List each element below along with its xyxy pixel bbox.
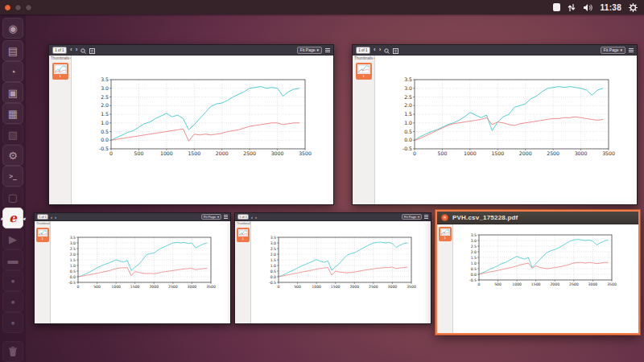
pdf-page[interactable]: 0500100015002000250030003500-0.50.00.51.…: [453, 224, 638, 333]
clock[interactable]: 11:38: [600, 3, 621, 12]
launcher-item-software[interactable]: ▢: [2, 187, 23, 208]
svg-text:1000: 1000: [312, 285, 321, 289]
svg-text:1.5: 1.5: [270, 258, 276, 262]
svg-text:1.5: 1.5: [471, 256, 477, 260]
svg-text:1500: 1500: [188, 150, 200, 156]
svg-text:2500: 2500: [547, 150, 559, 156]
launcher-item-firefox[interactable]: ◔: [2, 61, 23, 82]
launcher-item-extra2[interactable]: ▪: [2, 291, 23, 312]
next-page-button[interactable]: ›: [76, 47, 78, 53]
launcher-item-impress[interactable]: ▧: [2, 124, 23, 145]
svg-text:1.0: 1.0: [270, 264, 276, 268]
svg-text:1.5: 1.5: [70, 258, 76, 262]
pdf-page[interactable]: 0500100015002000250030003500-0.50.00.51.…: [72, 56, 333, 204]
previous-page-button[interactable]: ‹: [70, 47, 72, 53]
svg-text:2000: 2000: [216, 150, 229, 156]
launcher-item-extra3[interactable]: ▪: [2, 312, 23, 333]
thumbnails-sidebar: 1: [437, 224, 453, 333]
zoom-level-select[interactable]: Fit Page▾: [201, 214, 221, 220]
svg-text:500: 500: [494, 282, 502, 286]
volume-indicator-icon[interactable]: [583, 3, 592, 12]
evince-window-2[interactable]: 1 of 1 ‹ › Fit Page▾ Thumbnails ▾ × 1 05…: [352, 44, 638, 205]
menu-icon[interactable]: [325, 48, 330, 52]
focused-indicator-arrow: ◂: [22, 216, 25, 221]
launcher-item-editor[interactable]: ▬: [2, 249, 23, 270]
session-menu-icon[interactable]: [629, 3, 638, 12]
svg-text:0.5: 0.5: [471, 267, 477, 271]
launcher-item-trash[interactable]: [2, 341, 23, 362]
svg-text:3000: 3000: [588, 282, 598, 286]
zoom-level-select[interactable]: Fit Page▾: [402, 214, 422, 220]
titlebar[interactable]: × PVH.csv_175228.pdf: [437, 212, 638, 224]
svg-text:0.5: 0.5: [70, 269, 76, 274]
svg-text:500: 500: [134, 150, 144, 156]
svg-text:0.0: 0.0: [70, 275, 76, 279]
launcher-item-evince[interactable]: ▸ e ◂: [2, 208, 23, 228]
ubuntu-logo-icon: ◉: [8, 23, 17, 35]
maximize-button[interactable]: [25, 4, 32, 11]
pdf-page[interactable]: 0500100015002000250030003500-0.50.00.51.…: [375, 56, 637, 204]
launcher-item-dash[interactable]: ◉: [2, 18, 23, 39]
launcher-item-videos[interactable]: ▶: [2, 228, 23, 249]
close-button[interactable]: [4, 4, 11, 11]
minimize-button[interactable]: [14, 4, 22, 11]
launcher-item-files[interactable]: ▤: [2, 40, 23, 61]
notes-indicator-icon[interactable]: [553, 3, 560, 11]
zoom-level-select[interactable]: Fit Page▾: [601, 47, 625, 54]
previous-page-button[interactable]: ‹: [51, 215, 52, 220]
next-page-button[interactable]: ›: [255, 215, 257, 220]
zoom-level-select[interactable]: Fit Page▾: [297, 47, 322, 54]
page-indicator-input[interactable]: 1 of 1: [37, 214, 48, 220]
svg-text:3.0: 3.0: [270, 241, 276, 245]
evince-window-3[interactable]: 1 of 1 ‹ › Fit Page▾ Thumbnails × 1 0500…: [34, 212, 231, 324]
page-indicator-input[interactable]: 1 of 1: [356, 47, 370, 54]
launcher-item-settings[interactable]: ⚙: [2, 145, 23, 166]
launcher-item-writer[interactable]: ▣: [2, 82, 23, 103]
svg-text:0: 0: [77, 285, 80, 289]
network-indicator-icon[interactable]: [568, 3, 576, 12]
writer-icon: ▣: [8, 87, 18, 99]
svg-text:3.0: 3.0: [471, 239, 477, 243]
impress-icon: ▧: [8, 129, 18, 141]
svg-text:2.0: 2.0: [471, 250, 477, 254]
line-chart: 0500100015002000250030003500-0.50.00.51.…: [64, 232, 217, 293]
svg-text:0.0: 0.0: [270, 275, 276, 279]
svg-text:1000: 1000: [512, 282, 522, 286]
launcher-item-terminal[interactable]: >_: [2, 166, 23, 187]
svg-text:1.0: 1.0: [101, 120, 109, 125]
page-indicator-input[interactable]: 1 of 1: [237, 214, 249, 220]
menu-icon[interactable]: [224, 215, 228, 219]
svg-text:3.0: 3.0: [404, 85, 412, 91]
svg-text:3500: 3500: [602, 150, 615, 156]
next-page-button[interactable]: ›: [379, 47, 382, 53]
svg-text:2.5: 2.5: [70, 247, 76, 251]
previous-page-button[interactable]: ‹: [374, 47, 376, 53]
next-page-button[interactable]: ›: [55, 215, 56, 220]
svg-text:2500: 2500: [168, 285, 178, 289]
thumbnails-sidebar: Thumbnails × 1: [235, 221, 251, 323]
page-thumbnail[interactable]: 1: [36, 228, 49, 242]
evince-window-focused[interactable]: × PVH.csv_175228.pdf 1 05001000150020002…: [436, 210, 640, 335]
previous-page-button[interactable]: ‹: [251, 215, 253, 220]
svg-text:2.5: 2.5: [471, 245, 477, 249]
menu-icon[interactable]: [629, 48, 634, 52]
launcher-item-calc[interactable]: ▦: [2, 103, 23, 124]
close-button[interactable]: ×: [441, 214, 448, 221]
top-panel: 11:38: [0, 0, 644, 14]
pdf-page[interactable]: 0500100015002000250030003500-0.50.00.51.…: [251, 221, 431, 323]
line-chart: 0500100015002000250030003500-0.50.00.51.…: [264, 232, 417, 293]
menu-icon[interactable]: [424, 215, 428, 219]
evince-window-4[interactable]: 1 of 1 ‹ › Fit Page▾ Thumbnails × 1 0500…: [234, 212, 431, 324]
page-thumbnail[interactable]: 1: [52, 63, 68, 80]
pdf-page[interactable]: 0500100015002000250030003500-0.50.00.51.…: [51, 221, 230, 323]
chevron-down-icon: ▾: [217, 215, 219, 219]
page-thumbnail[interactable]: 1: [237, 228, 250, 242]
evince-window-1[interactable]: 1 of 1 ‹ › Fit Page▾ Thumbnails ▾ × 1 05…: [48, 44, 334, 205]
launcher-item-extra1[interactable]: ▪: [2, 270, 23, 291]
page-thumbnail[interactable]: 1: [439, 227, 452, 241]
page-indicator-input[interactable]: 1 of 1: [52, 47, 67, 54]
svg-text:-0.5: -0.5: [402, 146, 412, 151]
page-thumbnail[interactable]: 1: [356, 63, 372, 80]
svg-text:3.5: 3.5: [270, 236, 276, 240]
text-editor-icon: ▬: [8, 254, 19, 266]
